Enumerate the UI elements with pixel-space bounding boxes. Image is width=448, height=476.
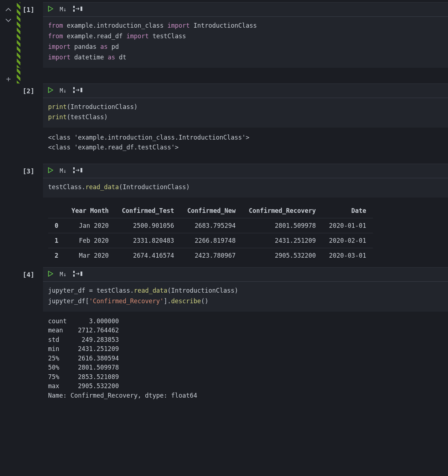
code-cell[interactable]: testClass.read_data(IntroductionClass) [43,178,448,198]
run-cell-button[interactable] [48,271,53,278]
run-cell-button[interactable] [48,87,53,94]
code-cell[interactable]: jupyter_df = testClass.read_data(Introdu… [43,282,448,312]
table-cell: 2020-02-01 [322,233,373,248]
move-up-icon[interactable] [5,6,12,13]
svg-rect-6 [73,167,75,169]
table-cell: 2801.509978 [242,218,322,233]
cell-toolbar: M↓ [43,164,448,178]
run-cell-button[interactable] [48,167,53,175]
cell-toolbar: M↓ [43,83,448,98]
table-cell: 2500.901056 [115,218,181,233]
table-cell: Feb 2020 [65,233,115,248]
table-row: 0Jan 20202500.9010562683.7952942801.5099… [48,218,373,233]
code-cell[interactable]: from example.introduction_class import I… [43,17,448,68]
cell-toolbar: M↓ [43,2,448,17]
table-cell: 2020-03-01 [322,248,373,263]
split-cell-button[interactable] [73,167,83,175]
svg-rect-11 [80,272,82,276]
markdown-toggle-button[interactable]: M↓ [60,6,67,13]
cell-output: <class 'example.introduction_class.Intro… [43,128,448,153]
markdown-toggle-button[interactable]: M↓ [60,87,67,94]
table-cell: Mar 2020 [65,248,115,263]
table-cell: 2423.780967 [181,248,242,263]
code-cell[interactable]: print(IntroductionClass) print(testClass… [43,98,448,128]
table-header: Year Month [65,203,115,218]
table-cell: 2674.416574 [115,248,181,263]
split-cell-button[interactable] [73,271,83,278]
dataframe-output: Year MonthConfirmed_TestConfirmed_NewCon… [48,203,373,263]
split-cell-button[interactable] [73,6,83,13]
svg-rect-0 [73,6,75,8]
svg-rect-1 [73,9,75,12]
move-down-icon[interactable] [5,17,12,24]
svg-rect-3 [73,87,75,89]
markdown-toggle-button[interactable]: M↓ [60,271,67,278]
cell-execution-count: [3] [21,164,43,267]
table-cell: 2266.819748 [181,233,242,248]
markdown-toggle-button[interactable]: M↓ [60,168,67,174]
table-cell: 2020-01-01 [322,218,373,233]
cell-modified-stripe [17,2,20,68]
table-cell: 0 [48,218,65,233]
table-row: 1Feb 20202331.8204832266.8197482431.2512… [48,233,373,248]
cell-modified-stripe [17,68,20,83]
svg-rect-5 [80,88,82,92]
svg-rect-10 [73,274,75,277]
svg-rect-2 [80,7,82,11]
table-cell: 1 [48,233,65,248]
svg-rect-9 [73,271,75,273]
split-cell-button[interactable] [73,87,83,94]
table-header: Date [322,203,373,218]
table-cell: 2905.532200 [242,248,322,263]
table-cell: 2 [48,248,65,263]
cell-execution-count: [1] [21,2,43,68]
add-cell-button[interactable]: + [6,74,11,83]
table-cell: 2431.251209 [242,233,322,248]
cell-output: count 3.000000 mean 2712.764462 std 249.… [43,312,448,402]
cell-execution-count: [4] [21,267,43,402]
table-header: Confirmed_Recovery [242,203,322,218]
table-header [48,203,65,218]
svg-rect-8 [80,168,82,172]
svg-rect-4 [73,91,75,93]
table-cell: 2331.820483 [115,233,181,248]
table-cell: Jan 2020 [65,218,115,233]
table-header: Confirmed_Test [115,203,181,218]
table-cell: 2683.795294 [181,218,242,233]
cell-execution-count: [2] [21,83,43,164]
svg-rect-7 [73,171,75,173]
run-cell-button[interactable] [48,6,53,13]
cell-toolbar: M↓ [43,267,448,282]
table-header: Confirmed_New [181,203,242,218]
table-row: 2Mar 20202674.4165742423.7809672905.5322… [48,248,373,263]
